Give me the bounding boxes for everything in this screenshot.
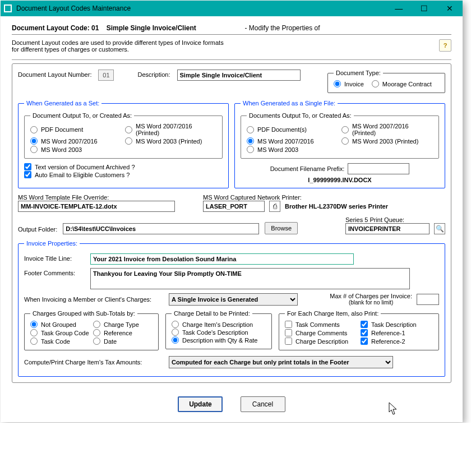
group-tgc-radio[interactable]: Task Group Code xyxy=(30,329,90,336)
prefix-input[interactable] xyxy=(348,163,409,174)
output-folder-input[interactable] xyxy=(63,223,259,234)
invoice-mode-label: When Invoicing a Member or Client's Char… xyxy=(24,296,164,303)
group-none-radio[interactable]: Not Grouped xyxy=(30,321,90,328)
group-ct-radio[interactable]: Charge Type xyxy=(93,321,153,328)
cursor-icon xyxy=(389,402,400,417)
doctype-invoice-radio[interactable]: Invoice xyxy=(334,80,364,87)
maximize-button[interactable]: ☐ xyxy=(413,1,436,16)
header-code-label: Document Layout Code: xyxy=(12,24,90,32)
gen-set-w0716-radio[interactable]: MS Word 2007/2016 xyxy=(30,137,122,145)
doctype-legend: Document Type: xyxy=(334,70,383,76)
intro-row: Document Layout codes are used to provid… xyxy=(1,39,463,58)
intro-line1: Document Layout codes are used to provid… xyxy=(12,39,224,46)
gen-single-group: When Generated as a Single File: Documen… xyxy=(234,100,445,188)
footer-comments-input[interactable]: Thankyou for Leaving Your Slip Promptly … xyxy=(90,268,410,289)
header-mode: - Modify the Properties of xyxy=(244,24,320,32)
detail-tc-radio[interactable]: Task Code's Description xyxy=(172,329,266,336)
invoice-title-input[interactable] xyxy=(90,253,354,265)
printer-name: Brother HL-L2370DW series Printer xyxy=(285,203,388,210)
gen-single-pdf-radio[interactable]: PDF Document(s) xyxy=(247,123,338,136)
invoice-properties-legend: Invoice Properties: xyxy=(24,240,80,247)
description-input[interactable] xyxy=(177,70,301,81)
detail-ci-radio[interactable]: Charge Item's Description xyxy=(172,321,266,328)
intro-line2: for different types of charges or custom… xyxy=(12,46,224,53)
gen-set-output-legend: Document Output To, or Created As: xyxy=(30,112,134,119)
cancel-button[interactable]: Cancel xyxy=(241,396,285,412)
header-name: Simple Single Invoice/Client xyxy=(107,24,196,32)
template-override-input[interactable] xyxy=(18,201,175,212)
layout-num-label: Document Layout Number: xyxy=(18,70,91,78)
titlebar: Document Layout Codes Maintenance — ☐ ✕ xyxy=(1,1,463,16)
prefix-label: Document Filename Prefix: xyxy=(270,165,345,172)
printer-lookup-icon[interactable]: ⎙ xyxy=(269,201,280,212)
detail-qty-radio[interactable]: Description with Qty & Rate xyxy=(172,336,266,344)
main-panel: Document Layout Number: 01 Description: … xyxy=(12,63,451,383)
each-tdesc-checkbox[interactable]: Task Description xyxy=(361,321,433,328)
app-icon xyxy=(4,4,12,12)
tax-select[interactable]: Computed for each Charge but only print … xyxy=(169,356,393,368)
max-charges-label: Max # of Charges per Invoice: xyxy=(330,293,412,299)
gen-single-output-legend: Documents Output To, or Created As: xyxy=(247,112,354,119)
gen-single-w03p-radio[interactable]: MS Word 2003 (Printed) xyxy=(341,137,433,145)
gen-single-legend: When Generated as a Single File: xyxy=(241,100,338,107)
print-queue-lookup-icon[interactable]: 🔍 xyxy=(434,223,445,234)
max-charges-hint: (blank for no limit) xyxy=(330,299,412,306)
window-title: Document Layout Codes Maintenance xyxy=(16,4,387,12)
email-checkbox[interactable]: Auto Email to Eligible Customers ? xyxy=(24,171,223,178)
doctype-moorage-radio[interactable]: Moorage Contract xyxy=(372,80,432,87)
gen-set-w03-radio[interactable]: MS Word 2003 xyxy=(30,146,122,153)
window: Document Layout Codes Maintenance — ☐ ✕ … xyxy=(1,1,463,422)
doctype-group: Document Type: Invoice Moorage Contract xyxy=(327,70,445,93)
detail-fieldset: Charge Detail to be Printed: Charge Item… xyxy=(165,310,272,349)
network-printer-label: MS Word Captured Network Printer: xyxy=(203,194,445,201)
each-ref2-checkbox[interactable]: Reference-2 xyxy=(361,338,433,345)
help-icon[interactable]: ? xyxy=(439,39,451,52)
group-by-legend: Charges Grouped with Sub-Totals by: xyxy=(30,310,137,317)
subheader: Document Layout Code: 01 Simple Single I… xyxy=(1,16,463,39)
each-item-fieldset: For Each Charge Item, also Print: Task C… xyxy=(279,310,439,350)
minimize-button[interactable]: — xyxy=(387,1,410,16)
each-item-legend: For Each Charge Item, also Print: xyxy=(285,310,381,317)
group-tc-radio[interactable]: Task Code xyxy=(30,338,90,345)
archive-checkbox[interactable]: Text version of Document Archived ? xyxy=(24,163,223,170)
printer-port-input[interactable] xyxy=(203,201,265,212)
each-ref1-checkbox[interactable]: Reference-1 xyxy=(361,329,433,336)
button-bar: Update Cancel xyxy=(1,389,463,422)
gen-set-group: When Generated as a Set: Document Output… xyxy=(18,100,229,188)
tax-label: Compute/Print Charge Item's Tax Amounts: xyxy=(24,359,164,366)
gen-set-output-group: Document Output To, or Created As: PDF D… xyxy=(24,112,223,159)
description-label: Description: xyxy=(137,70,170,78)
group-ref-radio[interactable]: Reference xyxy=(93,329,153,336)
browse-button[interactable]: Browse xyxy=(265,222,298,234)
update-button[interactable]: Update xyxy=(178,396,223,412)
each-cdesc-checkbox[interactable]: Charge Description xyxy=(285,338,357,345)
group-by-fieldset: Charges Grouped with Sub-Totals by: Not … xyxy=(24,310,159,350)
gen-set-w0716p-radio[interactable]: MS Word 2007/2016 (Printed) xyxy=(125,123,216,136)
close-button[interactable]: ✕ xyxy=(438,1,461,16)
gen-set-pdf-radio[interactable]: PDF Document xyxy=(30,123,122,136)
filename-example: I_99999999.INV.DOCX xyxy=(241,177,439,183)
gen-set-w03p-radio[interactable]: MS Word 2003 (Printed) xyxy=(125,137,216,145)
detail-legend: Charge Detail to be Printed: xyxy=(172,310,252,317)
invoice-mode-select[interactable]: A Single Invoice is Generated xyxy=(169,293,298,306)
gen-single-output-group: Documents Output To, or Created As: PDF … xyxy=(241,112,439,159)
max-charges-input[interactable] xyxy=(417,294,439,305)
layout-num-value: 01 xyxy=(98,70,114,81)
gen-set-legend: When Generated as a Set: xyxy=(24,100,101,107)
footer-comments-label: Footer Comments: xyxy=(24,268,86,276)
output-folder-label: Output Folder: xyxy=(18,226,57,234)
template-override-label: MS Word Template File Override: xyxy=(18,194,186,201)
gen-single-w0716-radio[interactable]: MS Word 2007/2016 xyxy=(247,137,338,145)
group-date-radio[interactable]: Date xyxy=(93,338,153,345)
each-ccom-checkbox[interactable]: Charge Comments xyxy=(285,329,357,336)
print-queue-label: Series 5 Print Queue: xyxy=(345,216,445,223)
print-queue-input[interactable] xyxy=(345,223,430,234)
each-tcom-checkbox[interactable]: Task Comments xyxy=(285,321,357,328)
gen-single-w03-radio[interactable]: MS Word 2003 xyxy=(247,146,338,153)
invoice-properties-group: Invoice Properties: Invoice Title Line: … xyxy=(18,240,445,377)
invoice-title-label: Invoice Title Line: xyxy=(24,253,86,262)
gen-single-w0716p-radio[interactable]: MS Word 2007/2016 (Printed) xyxy=(341,123,433,136)
header-code-value: 01 xyxy=(91,24,99,32)
